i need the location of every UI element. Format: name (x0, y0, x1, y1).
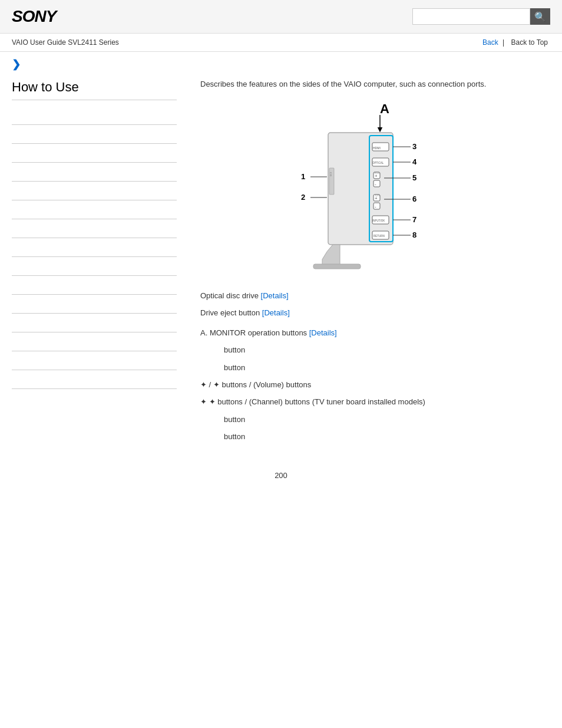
svg-text:OPTICAL: OPTICAL (372, 162, 384, 164)
drive-eject-details[interactable]: [Details] (262, 308, 290, 317)
drive-eject-section: Drive eject button [Details] (200, 306, 550, 319)
svg-text:1: 1 (301, 172, 305, 181)
content-description: Describes the features on the sides of t… (200, 80, 550, 88)
svg-text:RETURN: RETURN (373, 235, 385, 238)
button2-label: button (200, 361, 550, 374)
list-item[interactable] (12, 106, 177, 125)
svg-text:5: 5 (412, 173, 416, 182)
list-item[interactable] (12, 370, 177, 389)
list-item[interactable] (12, 163, 177, 182)
volume-label: ✦ / ✦ buttons / (Volume) buttons (200, 380, 311, 389)
page-number: 200 (275, 471, 287, 480)
back-to-top-link[interactable]: Back to Top (509, 38, 550, 47)
nav-title: VAIO User Guide SVL2411 Series (12, 38, 119, 47)
nav-separator: | (503, 38, 506, 47)
diagram-container: A HDMI (287, 100, 464, 277)
svg-text:INPUT/OK: INPUT/OK (372, 219, 385, 222)
page-footer: 200 (0, 471, 562, 492)
list-item[interactable] (12, 200, 177, 219)
list-item[interactable] (12, 144, 177, 163)
volume-section: ✦ / ✦ buttons / (Volume) buttons (200, 378, 550, 391)
svg-text:-: - (375, 204, 376, 209)
monitor-diagram: A HDMI (293, 100, 458, 277)
nav-bar: VAIO User Guide SVL2411 Series Back | Ba… (0, 34, 562, 52)
svg-text:CH: CH (375, 193, 380, 197)
svg-text:7: 7 (412, 215, 416, 224)
list-item[interactable] (12, 295, 177, 314)
button3-section: button (200, 413, 550, 426)
list-item[interactable] (12, 314, 177, 332)
svg-text:3: 3 (412, 142, 416, 151)
optical-disc-section: Optical disc drive [Details] (200, 289, 550, 302)
nav-links: Back | Back to Top (482, 38, 550, 47)
button1-section: button (200, 343, 550, 357)
button3-label: button (200, 413, 550, 426)
search-container: 🔍 (412, 8, 550, 25)
svg-text:-: - (375, 182, 376, 187)
button4-label: button (200, 430, 550, 443)
search-button[interactable]: 🔍 (530, 8, 550, 25)
svg-rect-3 (313, 264, 361, 269)
svg-text:C D: C D (329, 172, 332, 176)
breadcrumb-arrow: ❯ (0, 52, 562, 74)
content-area: Describes the features on the sides of t… (189, 74, 550, 447)
svg-text:A: A (380, 101, 389, 116)
list-item[interactable] (12, 276, 177, 295)
main-layout: How to Use Describes the features on the… (0, 74, 562, 447)
monitor-ops-label: A. MONITOR operation buttons (200, 328, 307, 337)
list-item[interactable] (12, 257, 177, 276)
list-item[interactable] (12, 182, 177, 200)
sidebar-title: How to Use (12, 80, 177, 100)
list-item[interactable] (12, 332, 177, 351)
svg-text:8: 8 (412, 230, 416, 239)
list-item[interactable] (12, 125, 177, 144)
svg-text:4: 4 (412, 157, 417, 166)
list-item[interactable] (12, 219, 177, 238)
search-icon: 🔍 (534, 11, 546, 22)
header: SONY 🔍 (0, 0, 562, 34)
channel-section: ✦ ✦ buttons / (Channel) buttons (TV tune… (200, 395, 550, 409)
channel-label: ✦ ✦ buttons / (Channel) buttons (TV tune… (200, 397, 425, 406)
button2-section: button (200, 361, 550, 374)
monitor-ops-details[interactable]: [Details] (309, 328, 337, 337)
svg-text:VOL: VOL (374, 171, 380, 174)
svg-text:2: 2 (301, 193, 305, 202)
monitor-ops-section: A. MONITOR operation buttons [Details] (200, 326, 550, 340)
sony-logo: SONY (12, 7, 56, 26)
list-item[interactable] (12, 351, 177, 370)
back-link[interactable]: Back (482, 38, 498, 47)
button4-section: button (200, 430, 550, 443)
optical-disc-label: Optical disc drive (200, 291, 259, 300)
svg-text:6: 6 (412, 195, 416, 203)
optical-disc-details[interactable]: [Details] (261, 291, 289, 300)
search-input[interactable] (412, 8, 530, 25)
svg-text:HDMI: HDMI (373, 146, 381, 150)
button1-label: button (200, 343, 550, 357)
drive-eject-label: Drive eject button (200, 308, 260, 317)
list-item[interactable] (12, 238, 177, 257)
sidebar: How to Use (12, 74, 189, 447)
